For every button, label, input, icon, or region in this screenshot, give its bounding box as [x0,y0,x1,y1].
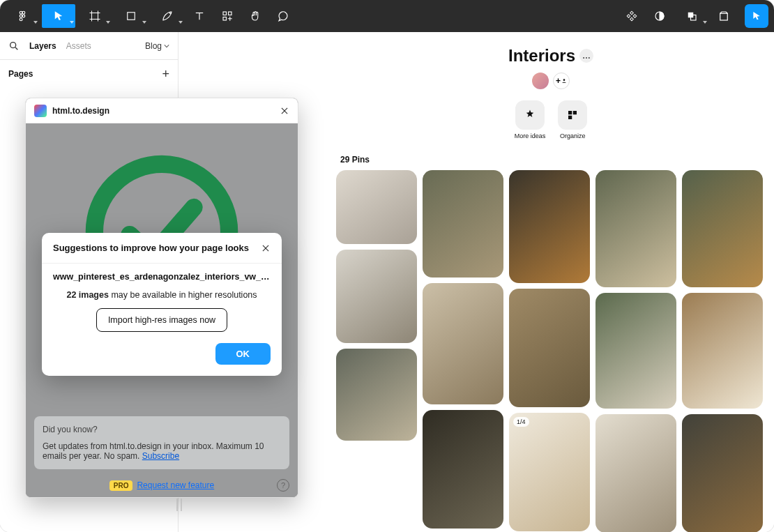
did-you-know-heading: Did you know? [43,425,281,434]
shape-tool-button[interactable] [114,4,148,28]
close-icon[interactable] [280,106,289,116]
board-title: Interiors [508,46,575,66]
panel-resize-handle[interactable] [173,495,185,515]
doc-name-label: Blog [145,41,162,51]
images-count: 22 images [66,290,108,300]
pin-thumbnail[interactable] [509,289,590,407]
pin-grid: 1/4 [336,170,766,532]
pinterest-board: Interiors … More ideas Organize 2 [328,32,774,532]
pro-badge: PRO [109,480,133,491]
svg-rect-25 [568,116,572,119]
pin-thumbnail[interactable] [423,283,503,404]
images-tail: may be available in higher resolutions [109,290,257,300]
dev-mode-icon[interactable] [711,4,736,28]
svg-rect-14 [229,12,232,15]
pin-thumbnail[interactable] [682,414,763,532]
close-icon[interactable] [261,243,271,253]
svg-rect-19 [720,13,728,20]
pin-thumbnail[interactable]: 1/4 [509,413,590,531]
more-ideas-button[interactable] [515,100,545,130]
pin-thumbnail[interactable] [595,414,676,532]
svg-point-22 [563,79,566,81]
request-feature-link[interactable]: Request new feature [137,480,214,490]
components-icon[interactable] [619,4,644,28]
doc-name-dropdown[interactable]: Blog [145,41,169,51]
did-you-know-card: Did you know? Get updates from html.to.d… [34,416,289,469]
boolean-ops-button[interactable] [675,4,708,28]
user-avatar[interactable] [532,73,549,89]
pen-tool-button[interactable] [151,4,184,28]
svg-rect-15 [223,17,227,21]
subscribe-link[interactable]: Subscribe [142,451,179,461]
suggestions-modal: Suggestions to improve how your page loo… [42,233,282,376]
figma-menu-button[interactable] [6,4,39,28]
mask-icon[interactable] [647,4,672,28]
pin-thumbnail[interactable] [682,293,763,409]
svg-rect-24 [573,111,577,114]
more-ideas-label: More ideas [515,132,546,139]
pin-count: 29 Pins [340,155,766,165]
search-icon[interactable] [8,40,20,52]
frame-tool-button[interactable] [78,4,112,28]
organize-label: Organize [560,132,586,139]
hand-tool-button[interactable] [243,4,268,28]
add-page-button[interactable]: + [162,67,169,82]
ok-button[interactable]: OK [215,343,271,365]
pin-count-badge: 1/4 [513,417,529,427]
svg-rect-23 [568,111,572,114]
pin-thumbnail[interactable] [509,170,590,283]
board-more-button[interactable]: … [579,49,593,63]
organize-button[interactable] [558,100,587,130]
pin-thumbnail[interactable] [682,170,763,287]
svg-line-21 [15,47,17,50]
present-button[interactable] [745,4,768,28]
plugin-app-icon [34,105,47,117]
text-tool-button[interactable] [187,4,212,28]
svg-rect-9 [128,13,135,20]
comment-tool-button[interactable] [271,4,296,28]
figma-toolbar [0,0,774,32]
pin-thumbnail[interactable] [595,293,676,409]
layers-tab[interactable]: Layers [29,41,56,51]
help-icon[interactable]: ? [277,479,289,492]
plugin-title: html.to.design [52,106,274,116]
pin-thumbnail[interactable] [595,170,676,287]
move-tool-button[interactable] [42,4,75,28]
svg-rect-3 [22,11,25,14]
chevron-down-icon [164,43,169,49]
pin-thumbnail[interactable] [336,170,417,244]
resources-button[interactable] [215,4,240,28]
pin-thumbnail[interactable] [423,170,503,278]
svg-point-10 [169,12,171,13]
pin-thumbnail[interactable] [336,349,417,441]
svg-rect-2 [20,18,22,21]
assets-tab[interactable]: Assets [66,41,91,51]
svg-rect-4 [22,15,25,17]
modal-title: Suggestions to improve how your page loo… [53,243,249,253]
svg-point-20 [10,42,16,47]
modal-url: www_pinterest_es_ardenagonzalez_interior… [53,272,271,282]
pin-thumbnail[interactable] [423,410,503,529]
svg-rect-13 [223,12,227,15]
invite-button[interactable] [553,73,570,89]
pin-thumbnail[interactable] [336,250,417,343]
pages-label: Pages [8,69,33,79]
import-highres-button[interactable]: Import high-res images now [96,308,227,332]
